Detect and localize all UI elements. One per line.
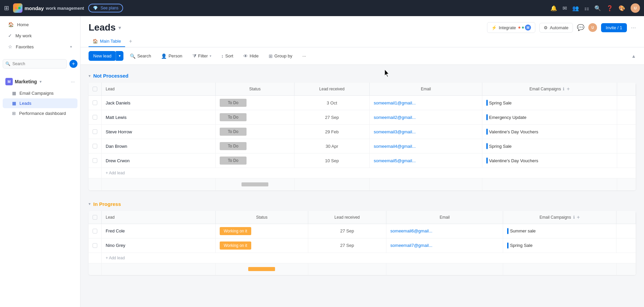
more-options-icon[interactable]: ··· (631, 24, 636, 31)
new-lead-button-group: New lead ▾ (89, 51, 123, 61)
select-all-checkbox-ip[interactable] (93, 215, 97, 220)
status-cell[interactable]: To Do (216, 139, 294, 154)
lead-name-ip2: Nino Grey (106, 243, 125, 248)
status-cell[interactable]: To Do (216, 110, 294, 125)
colorapp-icon[interactable]: 🎨 (619, 5, 625, 11)
row-checkbox[interactable] (93, 115, 97, 120)
apps-grid-icon[interactable]: ⊞ (4, 4, 9, 12)
people-icon[interactable]: 👥 (572, 5, 579, 11)
row-checkbox[interactable] (93, 100, 97, 105)
sidebar-item-home[interactable]: 🏠 Home (3, 19, 77, 30)
email-cell[interactable]: someemail1@gmail... (370, 96, 482, 110)
svg-point-2 (18, 7, 21, 9)
campaign-name: Spring Sale (489, 144, 512, 149)
email-cell-ip2[interactable]: someemail7@gmail... (386, 238, 503, 253)
new-lead-button[interactable]: New lead (89, 51, 116, 61)
search-icon[interactable]: 🔍 (594, 5, 601, 11)
page-title-row: Leads ▾ ⚡ Integrate ● ● M ⚙ Automa (89, 16, 636, 33)
campaign-name: Emergency Update (489, 115, 526, 120)
hide-button[interactable]: 👁 Hide (239, 51, 262, 61)
search-icon-inner: 🔍 (5, 61, 10, 66)
email-cell[interactable]: someemail3@gmail... (370, 125, 482, 139)
add-tab-button[interactable]: + (126, 36, 135, 47)
sidebar-favorites-label: Favorites (16, 44, 34, 49)
add-lead-row[interactable]: + Add lead (89, 168, 636, 178)
status-cell[interactable]: To Do (216, 154, 294, 168)
row-checkbox-ip[interactable] (93, 229, 97, 233)
collapse-toolbar-icon[interactable]: ▲ (631, 53, 636, 59)
person-button[interactable]: 👤 Person (157, 51, 186, 61)
sort-button[interactable]: ↕ Sort (218, 51, 237, 61)
sidebar-item-mywork[interactable]: ✓ My work (3, 30, 77, 41)
sort-label: Sort (225, 53, 233, 58)
select-all-checkbox[interactable] (93, 87, 97, 91)
add-column-icon-ip[interactable]: + (577, 214, 580, 220)
email-cell-ip[interactable]: someemail6@gmail... (386, 224, 503, 238)
email-cell[interactable]: someemail4@gmail... (370, 139, 482, 154)
sidebar-search-input[interactable] (3, 59, 67, 69)
table-row: Nino Grey ⊕ Working on it 27 Sep someema… (89, 238, 636, 253)
avatar[interactable]: U (631, 3, 640, 13)
add-lead-label[interactable]: + Add lead (102, 168, 636, 178)
row-checkbox-ip2[interactable] (93, 243, 97, 248)
add-column-icon[interactable]: + (567, 86, 570, 92)
row-checkbox[interactable] (93, 129, 97, 134)
apps-icon[interactable]: ⚏ (584, 5, 589, 11)
sidebar-item-favorites[interactable]: ☆ Favorites ▾ (3, 41, 77, 52)
status-cell-ip[interactable]: Working on it (216, 224, 308, 238)
hide-icon: 👁 (243, 53, 248, 59)
filter-button[interactable]: ⧩ Filter ▾ (189, 51, 215, 61)
comment-icon[interactable]: 💬 (577, 24, 584, 31)
add-lead-row-ip[interactable]: + Add lead (89, 253, 636, 263)
diamond-icon: 💎 (93, 6, 98, 10)
bell-icon[interactable]: 🔔 (550, 5, 557, 11)
lead-name-cell: Dan Brown ⊕ (102, 139, 216, 154)
extra-cell (617, 139, 636, 154)
email-cell[interactable]: someemail2@gmail... (370, 110, 482, 125)
in-progress-toggle-icon[interactable]: ▾ (89, 202, 91, 206)
table-row: Drew Crwon ⊕ To Do 10 Sep someemail5@gma… (89, 154, 636, 168)
page-title-chevron-icon[interactable]: ▾ (118, 25, 121, 31)
email-cell[interactable]: someemail5@gmail... (370, 154, 482, 168)
not-processed-toggle-icon[interactable]: ▾ (89, 74, 91, 78)
status-cell[interactable]: To Do (216, 96, 294, 110)
automate-button[interactable]: ⚙ Automate (539, 23, 573, 33)
group-icon: ⊞ (269, 53, 273, 59)
workspace-label[interactable]: Marketing ▾ (15, 79, 69, 84)
inbox-icon[interactable]: ✉ (562, 5, 567, 11)
email-campaigns-label: Email Campaigns (19, 91, 54, 96)
date-cell-ip: 27 Sep (308, 224, 386, 238)
logo-text: monday (24, 5, 44, 11)
date-cell: 30 Apr (294, 139, 369, 154)
add-lead-label-ip[interactable]: + Add lead (102, 253, 636, 263)
sidebar-item-leads[interactable]: ▦ Leads (3, 98, 77, 108)
row-checkbox[interactable] (93, 144, 97, 148)
empty-col-header-ip (616, 211, 636, 224)
invite-button[interactable]: Invite / 1 (601, 23, 627, 32)
status-column-header: Status (216, 83, 294, 96)
date-cell: 10 Sep (294, 154, 369, 168)
user-avatar[interactable]: U (588, 23, 597, 32)
group-by-button[interactable]: ⊞ Group by (265, 51, 296, 61)
tab-main-table[interactable]: 🏠 Main Table (89, 36, 125, 47)
status-badge: To Do (220, 142, 247, 150)
row-checkbox[interactable] (93, 158, 97, 163)
not-processed-group: ▾ Not Processed Lead Status Lead receive… (89, 70, 636, 190)
status-cell-ip2[interactable]: Working on it (216, 238, 308, 253)
email-campaigns-info-icon[interactable]: ℹ (563, 87, 565, 91)
email-campaigns-info-icon-ip[interactable]: ℹ (573, 215, 575, 220)
see-plans-button[interactable]: 💎 See plans (88, 4, 123, 12)
integrate-button[interactable]: ⚡ Integrate ● ● M (487, 22, 535, 33)
add-board-button[interactable]: + (69, 60, 77, 68)
more-toolbar-button[interactable]: ··· (299, 51, 310, 61)
campaign-name: Valentine's Day Vouchers (489, 158, 538, 163)
campaign-cell: Spring Sale (482, 96, 617, 110)
sidebar-item-email-campaigns[interactable]: ▦ Email Campaigns (3, 88, 77, 98)
workspace-menu-icon[interactable]: ··· (71, 79, 75, 84)
sidebar-item-performance-dashboard[interactable]: ⊞ Performance dashboard (3, 108, 77, 118)
search-button[interactable]: 🔍 Search (126, 51, 155, 61)
new-lead-dropdown-arrow[interactable]: ▾ (116, 51, 123, 61)
lead-name: Matt Lewis (106, 115, 126, 120)
help-icon[interactable]: ❓ (606, 5, 613, 11)
status-cell[interactable]: To Do (216, 125, 294, 139)
